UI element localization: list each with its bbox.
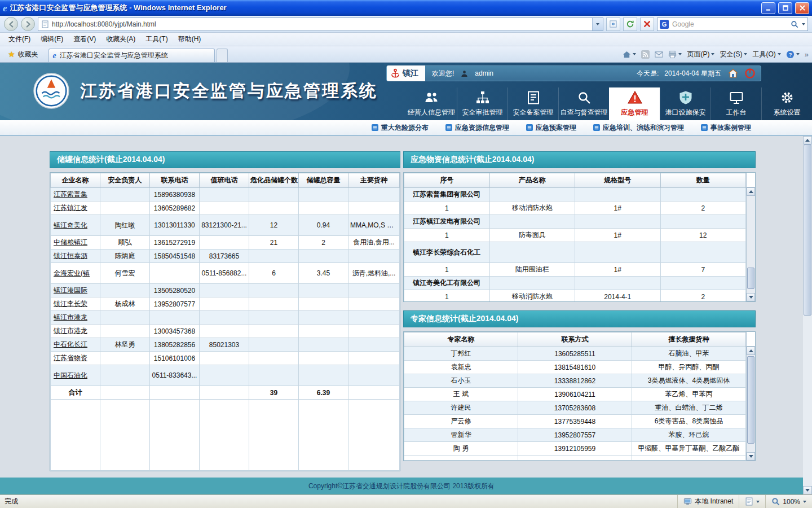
forward-button[interactable] — [21, 17, 35, 31]
subnav-item[interactable]: 应急资源信息管理 — [445, 123, 509, 133]
nav-item[interactable]: 安全审批管理 — [457, 87, 508, 120]
table-cell[interactable]: 镇江李长荣 — [51, 297, 100, 311]
toolbar-overflow-chevron[interactable]: » — [805, 50, 809, 59]
table-cell[interactable]: 镇江奇美化 — [51, 215, 100, 236]
company-link[interactable]: 镇江奇美化 — [54, 221, 87, 229]
search-placeholder: Google — [672, 20, 787, 28]
address-bar[interactable]: http://localhost:8080/yjpt/Main.html — [38, 17, 603, 31]
scroll-down-button[interactable] — [747, 293, 755, 301]
search-button[interactable] — [791, 20, 798, 28]
read-mail-button[interactable] — [655, 50, 663, 59]
table-row: 镇江恒泰沥陈炳庭1585045154883173665 — [51, 249, 400, 263]
table-cell[interactable]: 江苏镇江发 — [51, 202, 100, 215]
scrollbar-track[interactable] — [747, 355, 755, 452]
table-cell[interactable]: 镇江恒泰沥 — [51, 249, 100, 263]
table-cell[interactable]: 镇江港国际 — [51, 284, 100, 297]
company-link[interactable]: 中储粮镇江 — [54, 238, 87, 246]
stop-button[interactable] — [640, 17, 654, 31]
scrollbar-thumb[interactable] — [804, 144, 811, 316]
main-scrollbar[interactable] — [803, 136, 812, 494]
menu-item[interactable]: 工具(T) — [140, 33, 173, 46]
content-area: 储罐信息统计(截止2014.04.04) 企业名称安全负责人联系电话值班电话危化… — [0, 136, 803, 478]
zoom-control[interactable]: 100% — [765, 495, 812, 508]
maximize-button[interactable] — [778, 2, 792, 14]
table-cell[interactable]: 镇江市港龙 — [51, 325, 100, 338]
table-cell[interactable]: 镇江市港龙 — [51, 311, 100, 325]
menu-item[interactable]: 收藏夹(A) — [101, 33, 140, 46]
table-cell — [660, 277, 746, 290]
browser-tab[interactable]: e 江苏省港口安全监管与应急管理系统 — [48, 49, 215, 62]
company-link[interactable]: 镇江市港龙 — [54, 327, 87, 335]
address-dropdown-button[interactable] — [592, 18, 603, 30]
table-cell[interactable]: 中国石油化 — [51, 365, 100, 386]
city-badge[interactable]: 镇江 — [387, 65, 425, 81]
table-cell[interactable]: 江苏省物资 — [51, 352, 100, 365]
table-cell[interactable]: 江苏索普集 — [51, 188, 100, 202]
scroll-up-button[interactable] — [747, 187, 755, 196]
nav-item[interactable]: 安全备案管理 — [508, 87, 558, 120]
table-cell: 15850451548 — [150, 249, 200, 263]
scrollbar-thumb[interactable] — [747, 356, 754, 444]
company-link[interactable]: 镇江港国际 — [54, 286, 87, 294]
company-link[interactable]: 镇江李长荣 — [54, 300, 87, 308]
subnav-item[interactable]: 应急培训、演练和演习管理 — [593, 123, 684, 133]
table-cell — [150, 400, 200, 471]
scrollbar-track[interactable] — [803, 144, 812, 486]
company-link[interactable]: 镇江恒泰沥 — [54, 252, 87, 260]
company-link[interactable]: 金海宏业(镇 — [54, 269, 90, 277]
table-cell: 陆用围油栏 — [489, 263, 575, 277]
print-button[interactable] — [668, 50, 682, 59]
supplies-scrollbar[interactable] — [746, 173, 755, 301]
nav-item[interactable]: 自查与督查管理 — [558, 87, 609, 120]
scroll-up-button[interactable] — [803, 136, 812, 144]
menu-item[interactable]: 查看(V) — [68, 33, 101, 46]
menu-item[interactable]: 文件(F) — [3, 33, 36, 46]
menu-item[interactable]: 编辑(E) — [36, 33, 68, 46]
logout-icon[interactable] — [745, 68, 755, 78]
search-dropdown-button[interactable] — [802, 23, 805, 25]
new-tab-stub[interactable] — [217, 49, 228, 62]
scrollbar-track[interactable] — [747, 196, 755, 293]
close-button[interactable] — [795, 2, 809, 14]
minimize-button[interactable] — [761, 2, 775, 14]
subnav-item[interactable]: 事故案例管理 — [701, 123, 751, 133]
table-cell: 13013011330 — [150, 215, 200, 236]
nav-item[interactable]: 应急管理 — [609, 87, 660, 120]
home-icon[interactable] — [728, 68, 738, 78]
company-link[interactable]: 中石化长江 — [54, 340, 87, 348]
nav-item[interactable]: 系统设置 — [761, 87, 812, 120]
scrollbar-thumb[interactable] — [747, 268, 754, 289]
table-cell[interactable]: 中储粮镇江 — [51, 236, 100, 249]
home-button[interactable] — [623, 50, 636, 59]
subnav-item[interactable]: 重大危险源分布 — [372, 123, 429, 133]
company-link[interactable]: 江苏索普集 — [54, 190, 87, 198]
favorites-button[interactable]: ★ 收藏夹 — [3, 48, 43, 61]
back-button[interactable] — [4, 17, 18, 31]
help-button[interactable]: ? — [786, 50, 800, 59]
protected-mode-section[interactable] — [739, 495, 765, 508]
table-cell[interactable]: 金海宏业(镇 — [51, 263, 100, 284]
safety-menu-label: 安全(S) — [720, 50, 742, 59]
company-link[interactable]: 江苏省物资 — [54, 354, 87, 362]
nav-item[interactable]: 港口设施保安 — [660, 87, 710, 120]
scroll-up-button[interactable] — [747, 347, 755, 355]
experts-scrollbar[interactable] — [746, 332, 755, 461]
company-link[interactable]: 中国石油化 — [54, 371, 87, 379]
tools-menu-button[interactable]: 工具(O) — [752, 50, 780, 59]
scroll-down-button[interactable] — [747, 452, 755, 461]
table-cell — [348, 338, 400, 352]
page-menu-button[interactable]: 页面(P) — [687, 50, 714, 59]
menu-item[interactable]: 帮助(H) — [173, 33, 206, 46]
feeds-button[interactable] — [641, 50, 650, 59]
subnav-item[interactable]: 应急预案管理 — [526, 123, 576, 133]
company-link[interactable]: 镇江市港龙 — [54, 313, 87, 321]
refresh-button[interactable] — [623, 17, 637, 31]
table-cell[interactable]: 中石化长江 — [51, 338, 100, 352]
safety-menu-button[interactable]: 安全(S) — [720, 50, 747, 59]
search-box[interactable]: G Google — [657, 17, 808, 31]
nav-item[interactable]: 工作台 — [710, 87, 761, 120]
nav-item[interactable]: 经营人信息管理 — [406, 87, 457, 120]
company-link[interactable]: 江苏镇江发 — [54, 204, 87, 212]
compatibility-view-button[interactable] — [606, 17, 620, 31]
scroll-down-button[interactable] — [803, 486, 812, 494]
